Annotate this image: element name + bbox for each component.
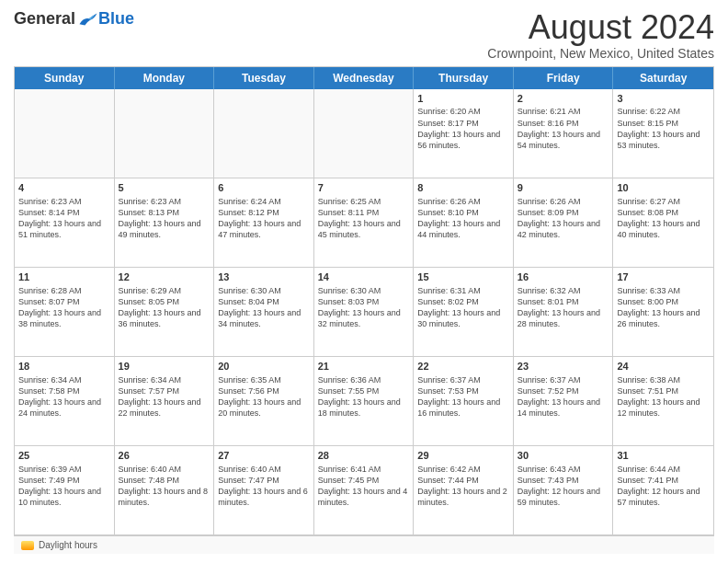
- legend-icon: [21, 541, 34, 550]
- day-number: 16: [518, 270, 609, 284]
- table-row: 3Sunrise: 6:22 AMSunset: 8:15 PMDaylight…: [613, 89, 713, 178]
- logo-blue: Blue: [98, 9, 134, 29]
- day-info: Sunrise: 6:21 AMSunset: 8:16 PMDaylight:…: [518, 106, 609, 151]
- day-number: 18: [18, 360, 110, 373]
- header-friday: Friday: [514, 67, 614, 89]
- day-number: 11: [18, 270, 110, 284]
- table-row: 17Sunrise: 6:33 AMSunset: 8:00 PMDayligh…: [613, 268, 713, 356]
- day-info: Sunrise: 6:27 AMSunset: 8:08 PMDaylight:…: [617, 196, 710, 241]
- day-number: 14: [318, 270, 410, 284]
- day-number: 4: [18, 181, 110, 195]
- table-row: 21Sunrise: 6:36 AMSunset: 7:55 PMDayligh…: [314, 357, 415, 445]
- day-info: Sunrise: 6:25 AMSunset: 8:11 PMDaylight:…: [318, 196, 410, 241]
- day-number: 20: [218, 360, 310, 373]
- table-row: 7Sunrise: 6:25 AMSunset: 8:11 PMDaylight…: [314, 178, 415, 267]
- day-info: Sunrise: 6:23 AMSunset: 8:14 PMDaylight:…: [18, 196, 110, 241]
- page: General Blue August 2024 Crownpoint, New…: [0, 0, 728, 563]
- day-info: Sunrise: 6:31 AMSunset: 8:02 PMDaylight:…: [417, 285, 509, 330]
- legend: Daylight hours: [14, 535, 714, 554]
- day-number: 8: [417, 181, 509, 195]
- table-row: 5Sunrise: 6:23 AMSunset: 8:13 PMDaylight…: [115, 178, 215, 267]
- table-row: 11Sunrise: 6:28 AMSunset: 8:07 PMDayligh…: [15, 268, 115, 356]
- day-number: 12: [119, 270, 210, 284]
- calendar: Sunday Monday Tuesday Wednesday Thursday…: [14, 66, 714, 535]
- day-number: 26: [119, 449, 210, 463]
- subtitle: Crownpoint, New Mexico, United States: [487, 46, 714, 61]
- header-sunday: Sunday: [15, 67, 115, 89]
- logo: General Blue: [14, 9, 134, 29]
- day-info: Sunrise: 6:35 AMSunset: 7:56 PMDaylight:…: [218, 374, 310, 419]
- header: General Blue August 2024 Crownpoint, New…: [14, 9, 714, 61]
- table-row: 13Sunrise: 6:30 AMSunset: 8:04 PMDayligh…: [214, 268, 314, 356]
- cal-row-0: 1Sunrise: 6:20 AMSunset: 8:17 PMDaylight…: [15, 89, 713, 178]
- table-row: 2Sunrise: 6:21 AMSunset: 8:16 PMDaylight…: [514, 89, 614, 178]
- day-info: Sunrise: 6:42 AMSunset: 7:44 PMDaylight:…: [417, 464, 509, 509]
- day-number: 22: [417, 360, 509, 373]
- cal-row-3: 18Sunrise: 6:34 AMSunset: 7:58 PMDayligh…: [15, 357, 713, 446]
- table-row: 25Sunrise: 6:39 AMSunset: 7:49 PMDayligh…: [15, 446, 115, 534]
- day-info: Sunrise: 6:38 AMSunset: 7:51 PMDaylight:…: [617, 374, 710, 419]
- table-row: 4Sunrise: 6:23 AMSunset: 8:14 PMDaylight…: [15, 178, 115, 267]
- day-info: Sunrise: 6:34 AMSunset: 7:58 PMDaylight:…: [18, 374, 110, 419]
- day-number: 1: [417, 92, 509, 106]
- table-row: 12Sunrise: 6:29 AMSunset: 8:05 PMDayligh…: [115, 268, 215, 356]
- day-info: Sunrise: 6:40 AMSunset: 7:47 PMDaylight:…: [218, 464, 310, 509]
- day-number: 3: [617, 92, 710, 106]
- table-row: 9Sunrise: 6:26 AMSunset: 8:09 PMDaylight…: [514, 178, 614, 267]
- day-number: 23: [518, 360, 609, 373]
- cal-row-1: 4Sunrise: 6:23 AMSunset: 8:14 PMDaylight…: [15, 178, 713, 268]
- day-number: 9: [518, 181, 609, 195]
- day-number: 21: [318, 360, 410, 373]
- table-row: 29Sunrise: 6:42 AMSunset: 7:44 PMDayligh…: [414, 446, 514, 534]
- day-info: Sunrise: 6:32 AMSunset: 8:01 PMDaylight:…: [518, 285, 609, 330]
- day-info: Sunrise: 6:23 AMSunset: 8:13 PMDaylight:…: [119, 196, 210, 241]
- cal-row-2: 11Sunrise: 6:28 AMSunset: 8:07 PMDayligh…: [15, 268, 713, 357]
- table-row: 31Sunrise: 6:44 AMSunset: 7:41 PMDayligh…: [613, 446, 713, 534]
- table-row: 10Sunrise: 6:27 AMSunset: 8:08 PMDayligh…: [613, 178, 713, 267]
- table-row: [214, 89, 314, 178]
- day-number: 29: [417, 449, 509, 463]
- table-row: 19Sunrise: 6:34 AMSunset: 7:57 PMDayligh…: [115, 357, 215, 445]
- title-section: August 2024 Crownpoint, New Mexico, Unit…: [487, 9, 714, 61]
- header-wednesday: Wednesday: [314, 67, 415, 89]
- logo-bird-icon: [78, 11, 98, 28]
- legend-label: Daylight hours: [39, 540, 97, 550]
- day-number: 6: [218, 181, 310, 195]
- table-row: 14Sunrise: 6:30 AMSunset: 8:03 PMDayligh…: [314, 268, 415, 356]
- table-row: 16Sunrise: 6:32 AMSunset: 8:01 PMDayligh…: [514, 268, 614, 356]
- table-row: 1Sunrise: 6:20 AMSunset: 8:17 PMDaylight…: [414, 89, 514, 178]
- table-row: 26Sunrise: 6:40 AMSunset: 7:48 PMDayligh…: [115, 446, 215, 534]
- cal-row-4: 25Sunrise: 6:39 AMSunset: 7:49 PMDayligh…: [15, 446, 713, 534]
- day-number: 15: [417, 270, 509, 284]
- day-info: Sunrise: 6:29 AMSunset: 8:05 PMDaylight:…: [119, 285, 210, 330]
- logo-text: General Blue: [14, 9, 134, 29]
- table-row: 18Sunrise: 6:34 AMSunset: 7:58 PMDayligh…: [15, 357, 115, 445]
- day-info: Sunrise: 6:30 AMSunset: 8:03 PMDaylight:…: [318, 285, 410, 330]
- day-number: 31: [617, 449, 710, 463]
- main-title: August 2024: [487, 9, 714, 46]
- day-info: Sunrise: 6:36 AMSunset: 7:55 PMDaylight:…: [318, 374, 410, 419]
- day-info: Sunrise: 6:20 AMSunset: 8:17 PMDaylight:…: [417, 106, 509, 151]
- day-info: Sunrise: 6:41 AMSunset: 7:45 PMDaylight:…: [318, 464, 410, 509]
- table-row: 23Sunrise: 6:37 AMSunset: 7:52 PMDayligh…: [514, 357, 614, 445]
- day-info: Sunrise: 6:33 AMSunset: 8:00 PMDaylight:…: [617, 285, 710, 330]
- table-row: [314, 89, 415, 178]
- day-info: Sunrise: 6:37 AMSunset: 7:52 PMDaylight:…: [518, 374, 609, 419]
- day-info: Sunrise: 6:40 AMSunset: 7:48 PMDaylight:…: [119, 464, 210, 509]
- table-row: 30Sunrise: 6:43 AMSunset: 7:43 PMDayligh…: [514, 446, 614, 534]
- day-number: 2: [518, 92, 609, 106]
- day-info: Sunrise: 6:26 AMSunset: 8:10 PMDaylight:…: [417, 196, 509, 241]
- header-tuesday: Tuesday: [214, 67, 314, 89]
- day-info: Sunrise: 6:44 AMSunset: 7:41 PMDaylight:…: [617, 464, 710, 509]
- table-row: 28Sunrise: 6:41 AMSunset: 7:45 PMDayligh…: [314, 446, 415, 534]
- calendar-header: Sunday Monday Tuesday Wednesday Thursday…: [15, 67, 713, 89]
- day-info: Sunrise: 6:28 AMSunset: 8:07 PMDaylight:…: [18, 285, 110, 330]
- table-row: 27Sunrise: 6:40 AMSunset: 7:47 PMDayligh…: [214, 446, 314, 534]
- day-number: 17: [617, 270, 710, 284]
- day-number: 13: [218, 270, 310, 284]
- day-info: Sunrise: 6:43 AMSunset: 7:43 PMDaylight:…: [518, 464, 609, 509]
- table-row: 15Sunrise: 6:31 AMSunset: 8:02 PMDayligh…: [414, 268, 514, 356]
- table-row: 24Sunrise: 6:38 AMSunset: 7:51 PMDayligh…: [613, 357, 713, 445]
- day-info: Sunrise: 6:39 AMSunset: 7:49 PMDaylight:…: [18, 464, 110, 509]
- day-number: 30: [518, 449, 609, 463]
